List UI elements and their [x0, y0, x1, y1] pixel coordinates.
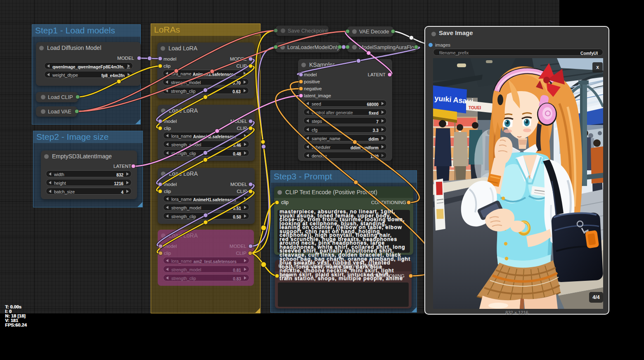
- svg-text:TOUEI: TOUEI: [469, 106, 481, 110]
